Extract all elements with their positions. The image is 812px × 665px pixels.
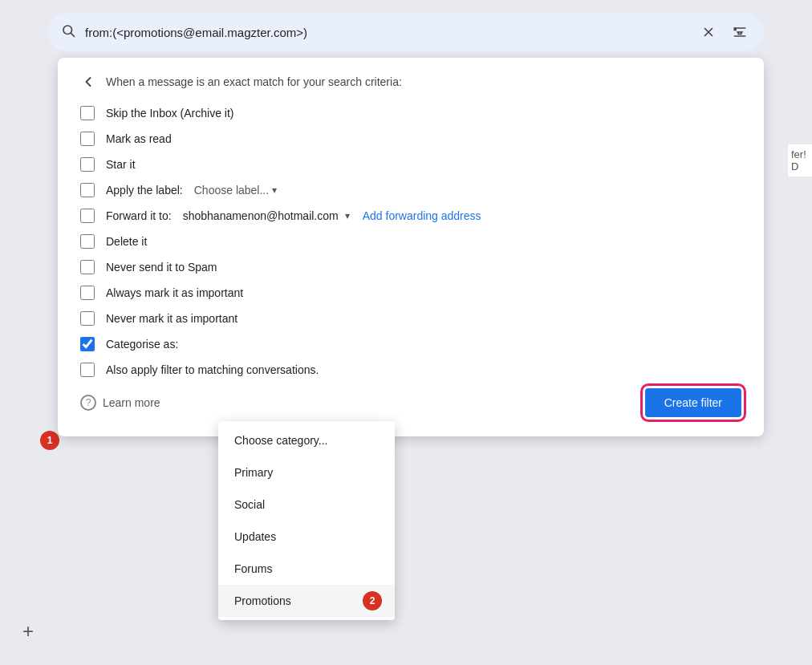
create-filter-button[interactable]: Create filter xyxy=(645,388,741,417)
label-always-important: Always mark it as important xyxy=(106,286,243,299)
search-close-button[interactable] xyxy=(698,22,719,43)
dropdown-item-social[interactable]: Social xyxy=(218,489,395,521)
option-always-important: Always mark it as important xyxy=(80,286,741,300)
dropdown-item-forums[interactable]: Forums xyxy=(218,553,395,585)
checkbox-categorise[interactable] xyxy=(80,337,95,351)
label-forward: Forward it to: xyxy=(106,209,172,222)
option-mark-as-read: Mark as read xyxy=(80,132,741,146)
add-button[interactable]: + xyxy=(22,620,34,643)
label-mark-as-read: Mark as read xyxy=(106,132,172,145)
search-query-text: from:(<promotions@email.magzter.com>) xyxy=(85,26,688,39)
label-star-it: Star it xyxy=(106,158,136,171)
search-bar: from:(<promotions@email.magzter.com>) xyxy=(48,13,764,51)
option-also-apply: Also apply filter to matching conversati… xyxy=(80,363,741,377)
dropdown-item-choose[interactable]: Choose category... xyxy=(218,424,395,456)
badge-1: 1 xyxy=(40,431,59,450)
checkbox-never-important[interactable] xyxy=(80,311,95,326)
help-icon: ? xyxy=(80,395,96,411)
label-never-spam: Never send it to Spam xyxy=(106,261,217,274)
checkbox-always-important[interactable] xyxy=(80,286,95,300)
back-button[interactable] xyxy=(80,74,96,90)
option-never-important: Never mark it as important xyxy=(80,311,741,326)
option-skip-inbox: Skip the Inbox (Archive it) xyxy=(80,106,741,120)
add-forwarding-link[interactable]: Add forwarding address xyxy=(363,209,481,222)
checkbox-star-it[interactable] xyxy=(80,157,95,172)
learn-more-label: Learn more xyxy=(103,396,160,409)
checkbox-forward[interactable] xyxy=(80,209,95,223)
dropdown-item-primary[interactable]: Primary xyxy=(218,456,395,489)
dropdown-item-updates[interactable]: Updates xyxy=(218,521,395,553)
option-categorise: Categorise as: xyxy=(80,337,741,351)
option-apply-label: Apply the label: Choose label... ▾ xyxy=(80,183,741,197)
option-star-it: Star it xyxy=(80,157,741,172)
learn-more[interactable]: ? Learn more xyxy=(80,395,160,411)
label-dropdown-text: Choose label... xyxy=(194,184,269,197)
dialog-title: When a message is an exact match for you… xyxy=(106,75,402,88)
category-dropdown: Choose category... Primary Social Update… xyxy=(218,421,395,620)
dropdown-item-promotions[interactable]: Promotions 2 xyxy=(218,585,395,617)
label-also-apply: Also apply filter to matching conversati… xyxy=(106,363,319,376)
side-panel-hint: fer! D xyxy=(788,144,812,176)
label-skip-inbox: Skip the Inbox (Archive it) xyxy=(106,107,234,120)
svg-line-1 xyxy=(71,33,74,36)
checkbox-mark-as-read[interactable] xyxy=(80,132,95,146)
chevron-down-icon: ▾ xyxy=(272,184,277,196)
badge-2: 2 xyxy=(363,591,382,610)
option-forward: Forward it to: shobhanamenon@hotmail.com… xyxy=(80,209,741,223)
checkbox-delete[interactable] xyxy=(80,234,95,249)
checkbox-also-apply[interactable] xyxy=(80,363,95,377)
forward-chevron-icon: ▾ xyxy=(345,210,350,221)
search-icon xyxy=(61,23,75,42)
forward-row: shobhanamenon@hotmail.com ▾ Add forwardi… xyxy=(183,209,481,222)
label-categorise: Categorise as: xyxy=(106,338,178,351)
dialog-footer: ? Learn more Create filter xyxy=(80,388,741,417)
label-apply-label: Apply the label: xyxy=(106,184,183,197)
label-delete: Delete it xyxy=(106,235,147,248)
label-dropdown[interactable]: Choose label... ▾ xyxy=(194,184,277,197)
option-never-spam: Never send it to Spam xyxy=(80,260,741,274)
filter-dialog: When a message is an exact match for you… xyxy=(58,58,764,436)
forward-email: shobhanamenon@hotmail.com xyxy=(183,209,339,222)
checkbox-apply-label[interactable] xyxy=(80,183,95,197)
option-delete: Delete it xyxy=(80,234,741,249)
checkbox-never-spam[interactable] xyxy=(80,260,95,274)
dialog-header: When a message is an exact match for you… xyxy=(80,74,741,90)
checkbox-skip-inbox[interactable] xyxy=(80,106,95,120)
label-never-important: Never mark it as important xyxy=(106,312,238,325)
filter-options-button[interactable] xyxy=(729,21,751,43)
